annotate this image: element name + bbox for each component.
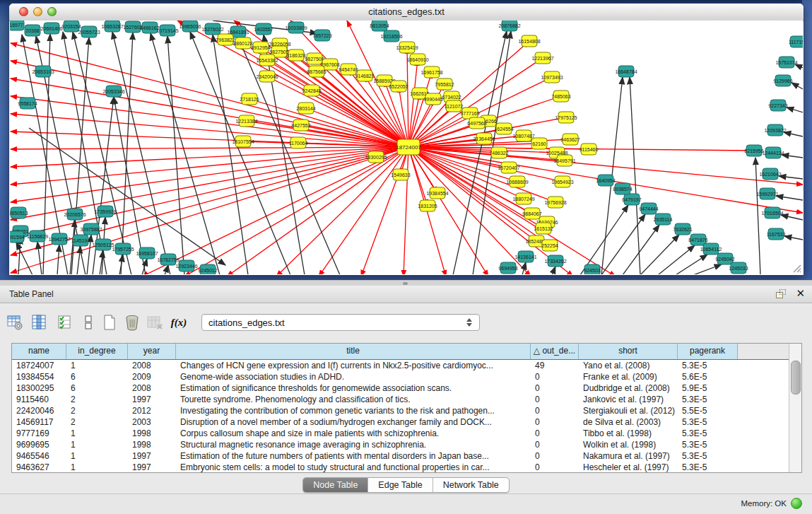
table-cell[interactable]: 5.3E-5 bbox=[678, 439, 738, 450]
network-node[interactable]: 62160 bbox=[531, 138, 547, 149]
table-cell[interactable]: 9777169 bbox=[12, 428, 66, 439]
table-cell[interactable]: 0 bbox=[531, 439, 579, 450]
table-cell[interactable]: Disruption of a novel member of a sodium… bbox=[176, 416, 531, 428]
table-cell[interactable]: 1998 bbox=[128, 428, 176, 439]
network-node[interactable]: 20055723 bbox=[78, 26, 100, 37]
network-edge[interactable] bbox=[57, 245, 59, 274]
network-edge[interactable] bbox=[779, 176, 803, 179]
table-cell[interactable]: 0 bbox=[531, 382, 579, 394]
network-node[interactable]: 14136141 bbox=[514, 251, 536, 262]
network-edge[interactable] bbox=[11, 147, 408, 149]
network-node[interactable]: 1403557 bbox=[254, 23, 273, 35]
table-cell[interactable]: Stergiakouli et al. (2012) bbox=[579, 405, 678, 416]
network-edge[interactable] bbox=[404, 147, 408, 274]
network-node[interactable]: 20053346 bbox=[102, 86, 124, 97]
network-edge[interactable] bbox=[658, 245, 695, 274]
table-cell[interactable]: 2008 bbox=[128, 382, 176, 394]
table-cell[interactable]: 9463627 bbox=[12, 462, 66, 473]
table-cell[interactable]: Wolkin et al. (1998) bbox=[579, 439, 678, 450]
table-cell[interactable]: 1 bbox=[66, 450, 128, 462]
network-node[interactable]: 17016504 bbox=[761, 207, 783, 218]
network-node[interactable]: 12213967 bbox=[531, 52, 553, 64]
tab-node-table[interactable]: Node Table bbox=[303, 478, 368, 492]
network-node[interactable]: 16961758 bbox=[420, 66, 442, 78]
table-cell[interactable]: Corpus callosum shape and size in male p… bbox=[176, 428, 531, 439]
network-node[interactable]: 1167533 bbox=[767, 228, 786, 240]
network-node[interactable]: 1624554 bbox=[494, 123, 513, 134]
network-node[interactable]: 9129966 bbox=[773, 75, 792, 86]
column-header-name[interactable]: name bbox=[12, 344, 66, 359]
network-node[interactable]: 9245012 bbox=[198, 264, 217, 274]
column-visibility-icon[interactable] bbox=[30, 313, 48, 332]
table-cell[interactable]: Franke et al. (2009) bbox=[579, 371, 678, 382]
network-node[interactable]: 16648784 bbox=[615, 66, 637, 77]
network-view[interactable]: 1697720368206914069203154200557231065328… bbox=[10, 21, 803, 274]
network-edge[interactable] bbox=[782, 155, 803, 158]
network-node[interactable]: 16154808 bbox=[518, 35, 540, 47]
table-cell[interactable]: 0 bbox=[531, 416, 579, 428]
network-edge[interactable] bbox=[213, 35, 248, 274]
table-cell[interactable]: 0 bbox=[531, 394, 579, 405]
network-node[interactable]: 7485063 bbox=[551, 90, 570, 102]
table-cell[interactable]: 0 bbox=[531, 428, 579, 439]
table-row[interactable]: 1938455462009Genome-wide association stu… bbox=[12, 371, 801, 382]
network-edge[interactable] bbox=[784, 236, 803, 240]
network-node[interactable]: 9850513 bbox=[10, 207, 28, 218]
row-height-icon[interactable] bbox=[79, 313, 98, 332]
network-node[interactable]: 19654923 bbox=[551, 176, 573, 187]
network-node[interactable]: 18300295 bbox=[365, 151, 387, 163]
table-cell[interactable]: 1 bbox=[66, 428, 128, 439]
tab-edge-table[interactable]: Edge Table bbox=[368, 478, 433, 492]
network-edge[interactable] bbox=[407, 47, 408, 147]
network-node[interactable]: 19756928 bbox=[544, 197, 566, 208]
network-node[interactable]: 924503 bbox=[584, 264, 600, 274]
network-edge[interactable] bbox=[693, 264, 722, 274]
column-header-out_de[interactable]: △ out_de... bbox=[531, 344, 579, 359]
column-header-year[interactable]: year bbox=[128, 344, 176, 359]
table-cell[interactable]: 9699695 bbox=[12, 439, 66, 450]
table-cell[interactable]: 1 bbox=[66, 360, 128, 371]
network-node[interactable]: 7632621 bbox=[673, 223, 692, 235]
network-edge[interactable] bbox=[165, 265, 168, 274]
delete-entries-icon[interactable] bbox=[123, 313, 141, 332]
network-edge[interactable] bbox=[11, 147, 408, 202]
tab-network-table[interactable]: Network Table bbox=[433, 478, 509, 492]
table-cell[interactable]: 18300295 bbox=[12, 382, 66, 394]
table-row[interactable]: 969969511998Structural magnetic resonanc… bbox=[12, 439, 801, 450]
network-node[interactable]: 6479197 bbox=[622, 194, 641, 205]
table-cell[interactable]: 2 bbox=[66, 416, 128, 428]
network-node[interactable]: 9227343 bbox=[768, 100, 787, 111]
table-cell[interactable]: 2 bbox=[66, 394, 128, 405]
network-node[interactable]: 1117154 bbox=[789, 36, 803, 47]
network-node[interactable]: 6497568 bbox=[467, 117, 486, 129]
network-node[interactable]: 15720407 bbox=[498, 162, 519, 173]
network-node[interactable]: 2803144 bbox=[296, 103, 315, 114]
network-node[interactable]: 9115460 bbox=[579, 144, 599, 155]
network-node[interactable]: 19384554 bbox=[426, 187, 448, 199]
network-node[interactable]: 16958107 bbox=[136, 247, 158, 259]
network-node[interactable]: 9884067 bbox=[522, 208, 541, 219]
table-cell[interactable]: 1997 bbox=[128, 462, 176, 473]
network-node[interactable]: 8860128 bbox=[233, 37, 252, 49]
network-edge[interactable] bbox=[552, 267, 555, 274]
network-edge[interactable] bbox=[784, 132, 803, 136]
table-cell[interactable]: Tibbo et al. (1998) bbox=[579, 428, 678, 439]
network-window[interactable]: citations_edges.txt 16977203682069140692… bbox=[8, 3, 804, 276]
network-node[interactable]: 21364456 bbox=[473, 133, 495, 144]
table-cell[interactable]: 22420046 bbox=[12, 405, 66, 416]
table-cell[interactable]: 6 bbox=[66, 382, 128, 394]
table-cell[interactable]: 0 bbox=[531, 462, 579, 473]
table-cell[interactable]: Embryonic stem cells: a model to study s… bbox=[176, 462, 531, 473]
network-edge[interactable] bbox=[190, 32, 290, 274]
network-node[interactable]: 12444134 bbox=[762, 147, 784, 158]
column-header-pagerank[interactable]: pagerank bbox=[678, 344, 738, 359]
network-node[interactable]: 20876882 bbox=[498, 21, 520, 31]
network-node[interactable]: 2935114 bbox=[654, 214, 673, 225]
table-row[interactable]: 977716911998Corpus callosum shape and si… bbox=[12, 428, 801, 439]
network-node[interactable]: 1170064 bbox=[289, 137, 308, 148]
table-cell[interactable]: Dudbridge et al. (2008) bbox=[579, 382, 678, 394]
network-node[interactable]: 391594 bbox=[10, 231, 25, 243]
network-node[interactable]: 16210643 bbox=[759, 168, 781, 180]
table-cell[interactable]: 9115460 bbox=[12, 394, 66, 405]
network-node[interactable]: 8427552 bbox=[291, 119, 310, 131]
